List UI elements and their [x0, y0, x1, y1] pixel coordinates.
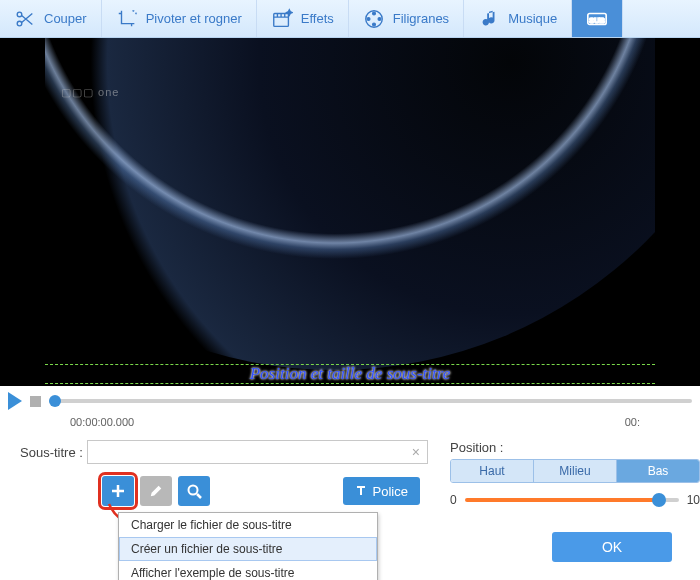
seek-thumb[interactable]	[49, 395, 61, 407]
add-subtitle-dropdown: Charger le fichier de sous-titre Créer u…	[118, 512, 378, 580]
position-top[interactable]: Haut	[451, 460, 534, 482]
add-subtitle-button[interactable]	[102, 476, 134, 506]
svg-point-5	[378, 17, 381, 20]
tool-label: Filigranes	[393, 11, 449, 26]
timecode-row: 00:00:00.000 00:	[0, 416, 700, 432]
edit-subtitle-button[interactable]	[140, 476, 172, 506]
position-label: Position :	[450, 440, 700, 455]
search-icon	[186, 483, 202, 499]
position-segmented-control: Haut Milieu Bas	[450, 459, 700, 483]
font-button[interactable]: Police	[343, 477, 420, 505]
subtitle-icon: SUB	[586, 8, 608, 30]
tool-label: Musique	[508, 11, 557, 26]
svg-point-6	[372, 23, 375, 26]
timecode-start: 00:00:00.000	[70, 416, 134, 432]
position-middle[interactable]: Milieu	[534, 460, 617, 482]
search-subtitle-button[interactable]	[178, 476, 210, 506]
slider-max-label: 10	[687, 493, 700, 507]
position-slider[interactable]	[465, 498, 679, 502]
slider-min-label: 0	[450, 493, 457, 507]
bottom-panel: Sous-titre : × Police Charger le fi	[0, 432, 700, 507]
svg-point-7	[367, 17, 370, 20]
dropdown-create-file[interactable]: Créer un fichier de sous-titre	[119, 537, 377, 561]
channel-watermark: ▢▢▢ one	[61, 86, 119, 99]
svg-point-10	[189, 486, 198, 495]
tool-label: Couper	[44, 11, 87, 26]
timecode-end: 00:	[625, 416, 640, 432]
film-reel-icon	[363, 8, 385, 30]
plus-icon	[110, 483, 126, 499]
crop-rotate-icon	[116, 8, 138, 30]
scissors-icon	[14, 8, 36, 30]
position-bottom[interactable]: Bas	[617, 460, 699, 482]
playback-controls	[0, 386, 700, 416]
video-preview: ▢▢▢ one Position et taille de sous-titre	[0, 38, 700, 386]
svg-point-4	[372, 12, 375, 15]
dropdown-show-example[interactable]: Afficher l'exemple de sous-titre	[119, 561, 377, 580]
position-slider-thumb[interactable]	[652, 493, 666, 507]
ok-button[interactable]: OK	[552, 532, 672, 562]
tool-label: Effets	[301, 11, 334, 26]
play-button[interactable]	[8, 392, 22, 410]
subtitle-overlay-text: Position et taille de sous-titre	[45, 364, 655, 384]
tool-music[interactable]: Musique	[464, 0, 572, 37]
tool-cut[interactable]: Couper	[0, 0, 102, 37]
tool-effects[interactable]: Effets	[257, 0, 349, 37]
tool-label: Pivoter et rogner	[146, 11, 242, 26]
text-icon	[355, 485, 367, 497]
subtitle-field-label: Sous-titre :	[20, 445, 83, 460]
clear-input-icon[interactable]: ×	[412, 444, 420, 460]
music-note-icon	[478, 8, 500, 30]
video-frame[interactable]: ▢▢▢ one Position et taille de sous-titre	[45, 38, 655, 386]
film-sparkle-icon	[271, 8, 293, 30]
subtitle-input[interactable]	[87, 440, 428, 464]
dropdown-load-file[interactable]: Charger le fichier de sous-titre	[119, 513, 377, 537]
tool-subtitles[interactable]: SUB	[572, 0, 623, 37]
seek-slider[interactable]	[49, 399, 692, 403]
pencil-icon	[149, 484, 163, 498]
svg-text:SUB: SUB	[590, 15, 605, 24]
stop-button[interactable]	[30, 396, 41, 407]
tool-watermarks[interactable]: Filigranes	[349, 0, 464, 37]
main-toolbar: Couper Pivoter et rogner Effets Filigran…	[0, 0, 700, 38]
font-button-label: Police	[373, 484, 408, 499]
tool-rotate-crop[interactable]: Pivoter et rogner	[102, 0, 257, 37]
